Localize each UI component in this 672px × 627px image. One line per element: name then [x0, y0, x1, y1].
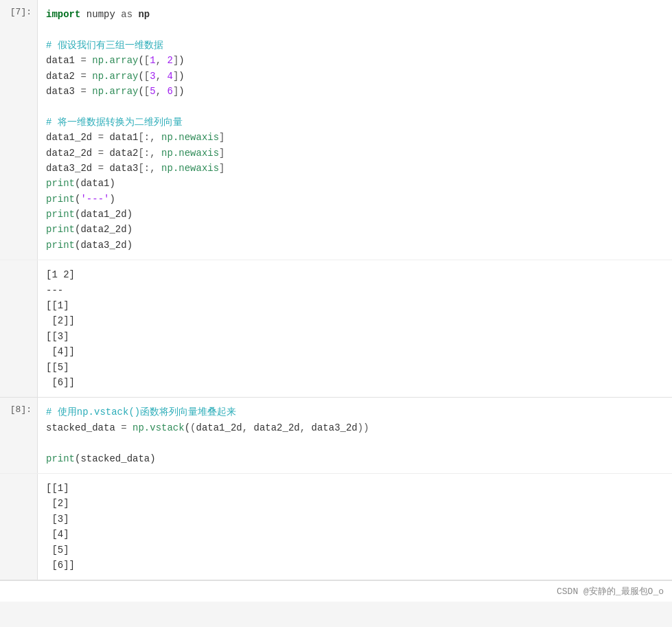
cell-8-input-row: [8]: # 使用np.vstack()函数将列向量堆叠起来 stacked_d…: [0, 398, 672, 473]
cell-8-label: [8]:: [0, 398, 38, 473]
cell-7-output-text: [1 2] --- [[1] [2]] [[3] [4]] [[5] [6]]: [38, 260, 672, 397]
cell-8-output-label: [0, 474, 38, 580]
cell-7-output-label: [0, 260, 38, 397]
cell-8-code[interactable]: # 使用np.vstack()函数将列向量堆叠起来 stacked_data =…: [38, 398, 672, 473]
cell-8: [8]: # 使用np.vstack()函数将列向量堆叠起来 stacked_d…: [0, 398, 672, 580]
cell-7-input-row: [7]: import numpy as np # 假设我们有三组一维数据 da…: [0, 0, 672, 260]
cell-7-output: [1 2] --- [[1] [2]] [[3] [4]] [[5] [6]]: [0, 260, 672, 397]
cell-7-label: [7]:: [0, 0, 38, 260]
notebook: [7]: import numpy as np # 假设我们有三组一维数据 da…: [0, 0, 672, 627]
cell-8-output-text: [[1] [2] [3] [4] [5] [6]]: [38, 474, 672, 580]
cell-7-code[interactable]: import numpy as np # 假设我们有三组一维数据 data1 =…: [38, 0, 672, 260]
cell-7: [7]: import numpy as np # 假设我们有三组一维数据 da…: [0, 0, 672, 398]
watermark: CSDN @安静的_最服包O_o: [0, 580, 672, 602]
cell-8-output: [[1] [2] [3] [4] [5] [6]]: [0, 473, 672, 580]
